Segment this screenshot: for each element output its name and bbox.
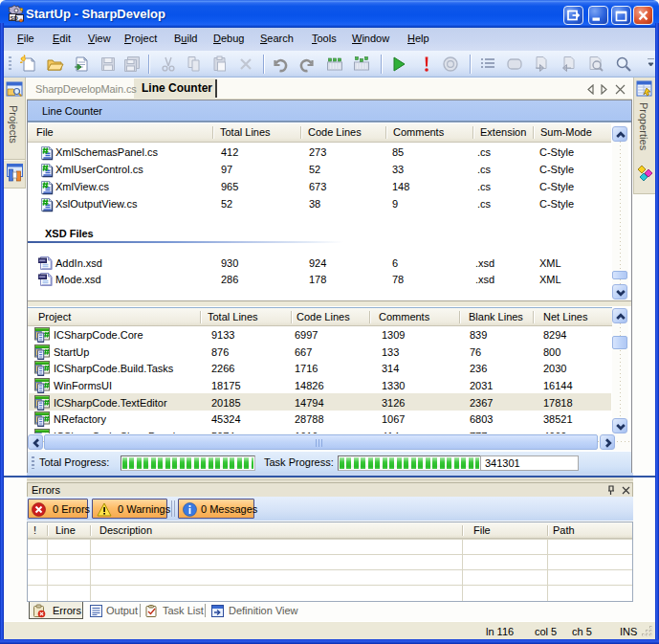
svg-text:SD: SD: [11, 15, 19, 21]
